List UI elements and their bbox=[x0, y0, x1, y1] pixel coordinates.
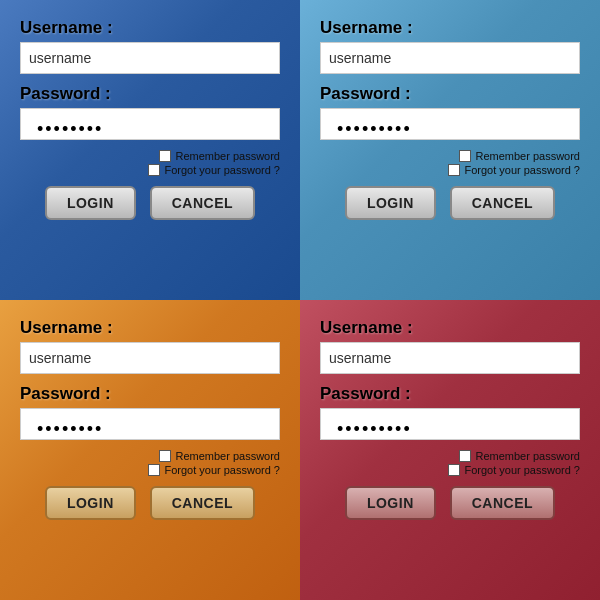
username-label: Username : bbox=[320, 18, 580, 38]
forgot-password-checkbox[interactable] bbox=[448, 464, 460, 476]
panel-blue: Username : Password : •••••••• Remember … bbox=[0, 0, 300, 300]
password-dots: •••••••• bbox=[29, 119, 111, 139]
forgot-password-label: Forgot your password ? bbox=[464, 164, 580, 176]
remember-password-row: Remember password bbox=[459, 450, 580, 462]
password-input[interactable]: ••••••••• bbox=[320, 408, 580, 440]
remember-password-row: Remember password bbox=[159, 450, 280, 462]
remember-password-row: Remember password bbox=[459, 150, 580, 162]
remember-password-row: Remember password bbox=[159, 150, 280, 162]
forgot-password-row: Forgot your password ? bbox=[448, 164, 580, 176]
login-button[interactable]: LOGIN bbox=[345, 486, 436, 520]
password-label: Password : bbox=[320, 384, 580, 404]
checkbox-group: Remember password Forgot your password ? bbox=[20, 150, 280, 176]
username-label: Username : bbox=[20, 318, 280, 338]
forgot-password-label: Forgot your password ? bbox=[164, 464, 280, 476]
username-input[interactable] bbox=[20, 342, 280, 374]
remember-password-checkbox[interactable] bbox=[159, 150, 171, 162]
button-group: LOGIN CANCEL bbox=[320, 186, 580, 220]
username-input[interactable] bbox=[320, 342, 580, 374]
password-label: Password : bbox=[20, 384, 280, 404]
cancel-button[interactable]: CANCEL bbox=[150, 486, 255, 520]
login-button[interactable]: LOGIN bbox=[45, 186, 136, 220]
login-button[interactable]: LOGIN bbox=[45, 486, 136, 520]
checkbox-group: Remember password Forgot your password ? bbox=[20, 450, 280, 476]
forgot-password-checkbox[interactable] bbox=[148, 464, 160, 476]
forgot-password-label: Forgot your password ? bbox=[464, 464, 580, 476]
forgot-password-checkbox[interactable] bbox=[148, 164, 160, 176]
cancel-button[interactable]: CANCEL bbox=[450, 486, 555, 520]
button-group: LOGIN CANCEL bbox=[20, 186, 280, 220]
password-dots: ••••••••• bbox=[329, 119, 420, 139]
password-dots: ••••••••• bbox=[329, 419, 420, 439]
remember-password-label: Remember password bbox=[175, 450, 280, 462]
username-input[interactable] bbox=[20, 42, 280, 74]
button-group: LOGIN CANCEL bbox=[20, 486, 280, 520]
password-label: Password : bbox=[320, 84, 580, 104]
password-input[interactable]: ••••••••• bbox=[320, 108, 580, 140]
username-label: Username : bbox=[20, 18, 280, 38]
password-input[interactable]: •••••••• bbox=[20, 408, 280, 440]
remember-password-checkbox[interactable] bbox=[459, 450, 471, 462]
checkbox-group: Remember password Forgot your password ? bbox=[320, 150, 580, 176]
remember-password-checkbox[interactable] bbox=[459, 150, 471, 162]
remember-password-label: Remember password bbox=[475, 450, 580, 462]
forgot-password-label: Forgot your password ? bbox=[164, 164, 280, 176]
forgot-password-row: Forgot your password ? bbox=[148, 164, 280, 176]
forgot-password-row: Forgot your password ? bbox=[148, 464, 280, 476]
panel-light-blue: Username : Password : ••••••••• Remember… bbox=[300, 0, 600, 300]
username-label: Username : bbox=[320, 318, 580, 338]
remember-password-label: Remember password bbox=[175, 150, 280, 162]
login-button[interactable]: LOGIN bbox=[345, 186, 436, 220]
remember-password-label: Remember password bbox=[475, 150, 580, 162]
panel-red: Username : Password : ••••••••• Remember… bbox=[300, 300, 600, 600]
remember-password-checkbox[interactable] bbox=[159, 450, 171, 462]
panel-orange: Username : Password : •••••••• Remember … bbox=[0, 300, 300, 600]
password-label: Password : bbox=[20, 84, 280, 104]
password-dots: •••••••• bbox=[29, 419, 111, 439]
cancel-button[interactable]: CANCEL bbox=[450, 186, 555, 220]
cancel-button[interactable]: CANCEL bbox=[150, 186, 255, 220]
checkbox-group: Remember password Forgot your password ? bbox=[320, 450, 580, 476]
password-input[interactable]: •••••••• bbox=[20, 108, 280, 140]
button-group: LOGIN CANCEL bbox=[320, 486, 580, 520]
forgot-password-row: Forgot your password ? bbox=[448, 464, 580, 476]
forgot-password-checkbox[interactable] bbox=[448, 164, 460, 176]
username-input[interactable] bbox=[320, 42, 580, 74]
